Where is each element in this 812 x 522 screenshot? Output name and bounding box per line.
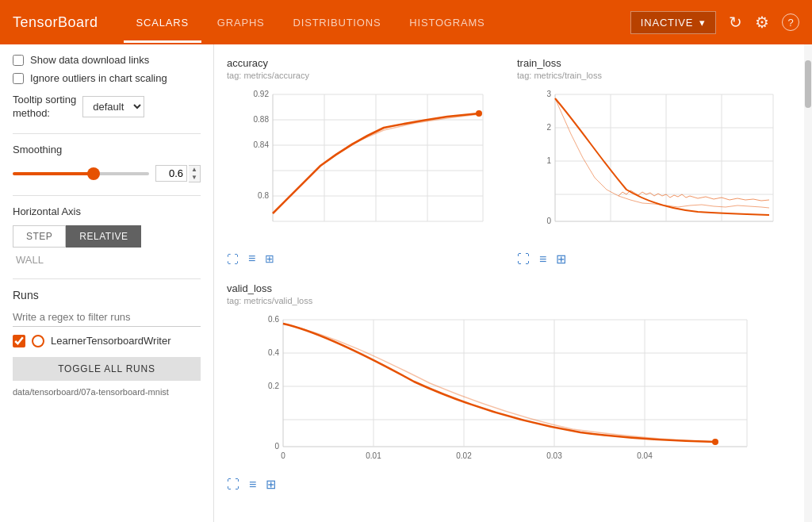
help-icon[interactable]: ? <box>782 13 799 31</box>
show-download-label: Show data download links <box>30 54 149 66</box>
tooltip-select[interactable]: default <box>82 96 144 117</box>
tooltip-row: Tooltip sortingmethod: default <box>13 94 201 121</box>
toggle-all-button[interactable]: TOGGLE ALL RUNS <box>13 357 201 381</box>
haxis-label: Horizontal Axis <box>13 205 201 217</box>
svg-text:0.01: 0.01 <box>366 451 381 460</box>
valid-loss-chart-title: valid_loss <box>227 282 791 294</box>
haxis-buttons: STEP RELATIVE <box>13 225 201 248</box>
svg-text:0: 0 <box>274 442 279 451</box>
svg-text:0.4: 0.4 <box>268 348 279 357</box>
svg-text:0.6: 0.6 <box>268 315 279 324</box>
accuracy-chart-container: accuracy tag: metrics/accuracy <box>227 57 501 267</box>
divider-3 <box>13 278 201 279</box>
divider-1 <box>13 133 201 134</box>
svg-text:2: 2 <box>546 123 551 132</box>
show-download-row[interactable]: Show data download links <box>13 54 201 66</box>
train-loss-svg: 3 2 1 0 <box>517 86 791 245</box>
nav-graphs[interactable]: GRAPHS <box>205 2 278 43</box>
run-item: LearnerTensorboardWriter <box>13 335 201 347</box>
nav-distributions[interactable]: DISTRIBUTIONS <box>281 2 394 43</box>
svg-point-15 <box>476 110 482 117</box>
haxis-step-button[interactable]: STEP <box>13 225 66 248</box>
chevron-down-icon: ▾ <box>699 17 706 29</box>
app-header: TensorBoard SCALARS GRAPHS DISTRIBUTIONS… <box>0 0 812 44</box>
smoothing-spinner: ▲ ▼ <box>189 165 201 182</box>
svg-text:1: 1 <box>546 156 551 165</box>
sidebar: Show data download links Ignore outliers… <box>0 44 214 522</box>
valid-loss-fit-icon[interactable]: ⊞ <box>266 477 276 492</box>
valid-loss-chart-container: valid_loss tag: metrics/valid_loss <box>227 282 791 492</box>
valid-loss-chart-tag: tag: metrics/valid_loss <box>227 296 791 305</box>
run-color-dot <box>32 335 44 347</box>
svg-text:0.84: 0.84 <box>254 140 270 149</box>
smoothing-value-group: 0.6 ▲ ▼ <box>155 165 201 182</box>
status-label: INACTIVE <box>641 17 693 29</box>
smoothing-row: 0.6 ▲ ▼ <box>13 165 201 182</box>
valid-loss-chart-area: 0.6 0.4 0.2 0 0 0.01 0.02 0.03 0.04 <box>227 312 791 470</box>
ignore-outliers-checkbox[interactable] <box>13 73 24 84</box>
svg-text:0.04: 0.04 <box>637 451 653 460</box>
runs-title: Runs <box>13 289 201 301</box>
accuracy-expand-icon[interactable]: ⛶ <box>227 252 239 266</box>
svg-text:0.03: 0.03 <box>546 451 562 460</box>
svg-text:0.8: 0.8 <box>258 191 269 200</box>
runs-filter-input[interactable] <box>13 308 201 327</box>
nav-scalars[interactable]: SCALARS <box>124 2 201 43</box>
spin-up-button[interactable]: ▲ <box>189 166 200 174</box>
haxis-wall-label: WALL <box>16 254 201 266</box>
accuracy-chart-title: accuracy <box>227 57 501 69</box>
valid-loss-expand-icon[interactable]: ⛶ <box>227 478 239 492</box>
main-nav: SCALARS GRAPHS DISTRIBUTIONS HISTOGRAMS <box>124 2 630 43</box>
ignore-outliers-row[interactable]: Ignore outliers in chart scaling <box>13 72 201 84</box>
svg-text:0.92: 0.92 <box>254 90 270 98</box>
svg-text:0.2: 0.2 <box>268 382 279 390</box>
scrollbar[interactable] <box>804 44 812 522</box>
accuracy-chart-area: 0.92 0.88 0.84 0.8 <box>227 86 501 245</box>
svg-text:3: 3 <box>546 90 551 98</box>
haxis-section: Horizontal Axis STEP RELATIVE WALL <box>13 205 201 266</box>
valid-loss-chart-actions: ⛶ ≡ ⊞ <box>227 477 791 492</box>
train-loss-chart-actions: ⛶ ≡ ⊞ <box>517 251 791 267</box>
svg-text:0: 0 <box>281 451 285 460</box>
settings-icon[interactable]: ⚙ <box>755 13 769 32</box>
train-loss-chart-area: 3 2 1 0 <box>517 86 791 245</box>
svg-text:0.02: 0.02 <box>456 451 472 460</box>
accuracy-data-icon[interactable]: ≡ <box>248 251 255 266</box>
spin-down-button[interactable]: ▼ <box>189 174 200 182</box>
train-loss-chart-container: train_loss tag: metrics/train_loss <box>517 57 791 267</box>
main-content: accuracy tag: metrics/accuracy <box>214 44 804 522</box>
train-loss-chart-tag: tag: metrics/train_loss <box>517 71 791 80</box>
accuracy-svg: 0.92 0.88 0.84 0.8 <box>227 86 501 245</box>
train-loss-data-icon[interactable]: ≡ <box>539 252 546 267</box>
runs-section: Runs LearnerTensorboardWriter TOGGLE ALL… <box>13 289 201 397</box>
charts-grid: accuracy tag: metrics/accuracy <box>227 57 791 492</box>
status-dropdown[interactable]: INACTIVE ▾ <box>630 11 716 34</box>
refresh-icon[interactable]: ↻ <box>729 13 742 32</box>
header-controls: INACTIVE ▾ ↻ ⚙ ? <box>630 11 799 34</box>
display-options: Show data download links Ignore outliers… <box>13 54 201 121</box>
nav-histograms[interactable]: HISTOGRAMS <box>396 2 497 43</box>
smoothing-input[interactable]: 0.6 <box>155 165 187 182</box>
main-layout: Show data download links Ignore outliers… <box>0 44 812 522</box>
train-loss-chart-title: train_loss <box>517 57 791 69</box>
ignore-outliers-label: Ignore outliers in chart scaling <box>30 72 167 84</box>
haxis-relative-button[interactable]: RELATIVE <box>66 225 141 248</box>
divider-2 <box>13 195 201 196</box>
valid-loss-svg: 0.6 0.4 0.2 0 0 0.01 0.02 0.03 0.04 <box>227 312 791 470</box>
tooltip-sorting-label: Tooltip sortingmethod: <box>13 94 76 121</box>
accuracy-chart-actions: ⛶ ≡ ⊞ <box>227 251 501 266</box>
accuracy-fit-icon[interactable]: ⊞ <box>265 252 274 265</box>
data-path-label: data/tensorboard/07a-tensorboard-mnist <box>13 387 201 397</box>
svg-text:0.88: 0.88 <box>254 115 270 124</box>
smoothing-label: Smoothing <box>13 144 201 155</box>
run-name-label: LearnerTensorboardWriter <box>51 335 171 347</box>
svg-text:0: 0 <box>546 217 551 225</box>
show-download-checkbox[interactable] <box>13 55 24 66</box>
smoothing-section: Smoothing 0.6 ▲ ▼ <box>13 144 201 182</box>
train-loss-expand-icon[interactable]: ⛶ <box>517 252 530 267</box>
valid-loss-data-icon[interactable]: ≡ <box>249 478 256 492</box>
svg-point-50 <box>712 439 718 445</box>
run-checkbox[interactable] <box>13 335 25 347</box>
smoothing-slider[interactable] <box>13 172 149 175</box>
train-loss-fit-icon[interactable]: ⊞ <box>556 251 566 267</box>
